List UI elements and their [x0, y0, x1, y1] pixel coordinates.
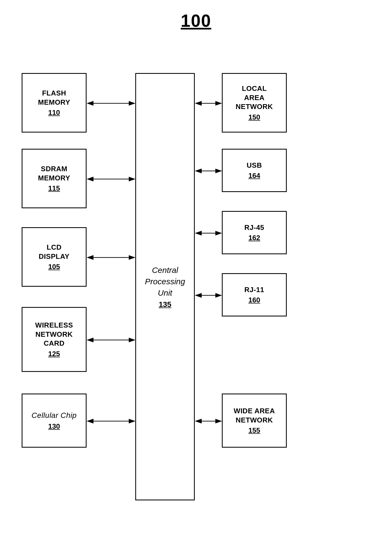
- cpu-box: Central Processing Unit 135: [135, 73, 195, 500]
- cellular-chip-label: Cellular Chip: [32, 411, 77, 420]
- flash-memory-box: FLASHMEMORY 110: [22, 73, 87, 133]
- wan-label: WIDE AREANETWORK: [234, 407, 275, 425]
- wireless-network-card-label: WIRELESSNETWORKCARD: [35, 321, 73, 348]
- wireless-network-card-number: 125: [48, 350, 60, 358]
- wireless-network-card-box: WIRELESSNETWORKCARD 125: [22, 307, 87, 372]
- wan-number: 155: [248, 426, 260, 435]
- rj11-number: 160: [248, 296, 260, 304]
- sdram-memory-label: SDRAMMEMORY: [38, 164, 70, 183]
- rj45-box: RJ-45 162: [222, 211, 287, 254]
- cpu-number: 135: [159, 300, 172, 309]
- lcd-display-box: LCDDISPLAY 105: [22, 227, 87, 287]
- rj45-number: 162: [248, 234, 260, 242]
- page-title: 100: [0, 0, 392, 31]
- sdram-memory-number: 115: [48, 184, 60, 193]
- diagram: Central Processing Unit 135 FLASHMEMORY …: [22, 43, 370, 519]
- usb-label: USB: [247, 161, 262, 170]
- rj45-label: RJ-45: [244, 223, 264, 232]
- usb-box: USB 164: [222, 149, 287, 192]
- flash-memory-number: 110: [48, 108, 60, 117]
- lcd-display-label: LCDDISPLAY: [39, 243, 70, 261]
- rj11-label: RJ-11: [244, 285, 264, 295]
- cellular-chip-number: 130: [48, 422, 60, 431]
- wan-box: WIDE AREANETWORK 155: [222, 394, 287, 448]
- lan-box: LOCALAREANETWORK 150: [222, 73, 287, 133]
- usb-number: 164: [248, 171, 260, 180]
- flash-memory-label: FLASHMEMORY: [38, 89, 70, 107]
- lan-label: LOCALAREANETWORK: [236, 84, 273, 111]
- rj11-box: RJ-11 160: [222, 273, 287, 316]
- lan-number: 150: [248, 113, 260, 121]
- cellular-chip-box: Cellular Chip 130: [22, 394, 87, 448]
- sdram-memory-box: SDRAMMEMORY 115: [22, 149, 87, 208]
- lcd-display-number: 105: [48, 263, 60, 271]
- cpu-label: Central Processing Unit: [145, 265, 185, 299]
